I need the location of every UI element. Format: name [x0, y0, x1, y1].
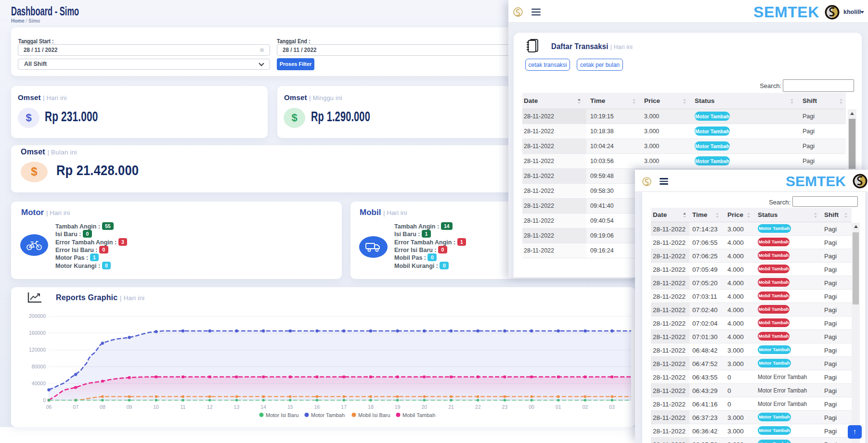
- svg-text:03: 03: [609, 404, 615, 410]
- svg-text:20: 20: [421, 404, 427, 410]
- svg-text:160000: 160000: [29, 330, 46, 336]
- svg-text:200000: 200000: [29, 313, 46, 319]
- svg-text:Motor Isi Baru: Motor Isi Baru: [266, 412, 298, 418]
- svg-text:17: 17: [341, 404, 347, 410]
- svg-text:09: 09: [127, 404, 132, 410]
- svg-text:10: 10: [153, 404, 159, 410]
- svg-text:15: 15: [287, 404, 293, 410]
- svg-text:Motor Tambah: Motor Tambah: [311, 412, 345, 418]
- svg-text:Mobil Tambah: Mobil Tambah: [402, 412, 435, 418]
- svg-text:22: 22: [475, 404, 481, 410]
- svg-text:07: 07: [73, 404, 78, 410]
- svg-text:23: 23: [502, 404, 508, 410]
- svg-text:80000: 80000: [32, 364, 46, 369]
- svg-text:02: 02: [583, 404, 588, 410]
- svg-text:06: 06: [46, 404, 52, 410]
- svg-text:18: 18: [368, 404, 374, 410]
- svg-text:Mobil Isi Baru: Mobil Isi Baru: [358, 412, 390, 418]
- svg-text:12: 12: [207, 404, 213, 410]
- svg-text:19: 19: [395, 404, 401, 410]
- svg-text:01: 01: [556, 404, 561, 410]
- svg-text:00: 00: [529, 404, 534, 410]
- svg-text:120000: 120000: [29, 347, 46, 353]
- svg-text:13: 13: [234, 404, 240, 410]
- svg-text:11: 11: [181, 404, 186, 410]
- svg-text:40000: 40000: [32, 380, 46, 386]
- svg-text:08: 08: [100, 404, 105, 410]
- svg-text:14: 14: [260, 404, 266, 410]
- svg-text:21: 21: [448, 404, 454, 410]
- svg-text:0: 0: [43, 397, 46, 403]
- svg-text:16: 16: [314, 404, 320, 410]
